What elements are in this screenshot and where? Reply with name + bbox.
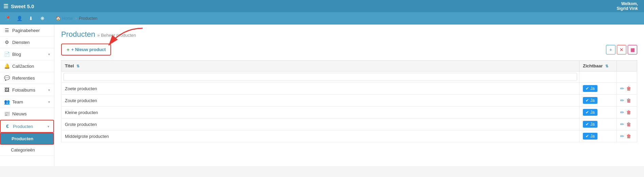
sidebar-item-paginabeheer[interactable]: ☰ Paginabeheer <box>0 25 54 36</box>
sidebar-label-diensten: Diensten <box>12 40 30 45</box>
fotoalbums-chevron-icon: ▾ <box>48 88 50 92</box>
sidebar-item-blog[interactable]: 📄 Blog ▾ <box>0 48 54 60</box>
column-header-title: Titel ⇅ <box>61 61 579 71</box>
breadcrumb-sep: > <box>75 16 77 21</box>
nieuws-icon: 📰 <box>4 111 10 116</box>
visible-badge[interactable]: ✔ Ja <box>583 133 597 140</box>
sidebar-item-nieuws[interactable]: 📰 Nieuws <box>0 108 54 120</box>
top-bar: ☰ Sweet 5.0 Welkom, Sigrid Vink <box>0 0 644 12</box>
table-row: Kleine producten ✔ Ja ✏ 🗑 <box>61 107 637 118</box>
filter-title-input[interactable] <box>64 73 577 81</box>
check-icon: ✔ <box>586 110 589 115</box>
breadcrumb-home[interactable]: Home <box>62 16 73 21</box>
producten-chevron-icon: ▾ <box>48 125 49 128</box>
breadcrumb-current: Producten <box>79 16 97 21</box>
app-title: Sweet 5.0 <box>11 3 34 9</box>
check-icon: ✔ <box>586 122 589 127</box>
sidebar-item-referenties[interactable]: 💬 Referenties <box>0 72 54 84</box>
diensten-icon: ⚙ <box>4 39 10 45</box>
delete-icon[interactable]: 🗑 <box>626 122 631 127</box>
sidebar-item-team[interactable]: 👥 Team ▾ <box>0 96 54 108</box>
column-header-visible: Zichtbaar ⇅ <box>579 61 617 71</box>
blog-chevron-icon: ▾ <box>48 52 50 56</box>
sidebar-item-diensten[interactable]: ⚙ Diensten <box>0 36 54 48</box>
sort-icon-visible[interactable]: ⇅ <box>605 64 608 68</box>
row-actions: ✏ 🗑 <box>617 95 637 107</box>
row-visible: ✔ Ja <box>579 83 617 95</box>
sidebar-label-producten: Producten <box>13 124 33 129</box>
products-table: Titel ⇅ Zichtbaar ⇅ <box>61 60 637 142</box>
sidebar-label-paginabeheer: Paginabeheer <box>12 28 40 33</box>
edit-icon[interactable]: ✏ <box>620 133 624 139</box>
fotoalbums-icon: 🖼 <box>4 87 10 93</box>
app-title-area: ☰ Sweet 5.0 <box>3 3 617 10</box>
paginabeheer-icon: ☰ <box>4 28 10 33</box>
new-product-button[interactable]: + + Nieuw product <box>61 44 111 55</box>
check-icon: ✔ <box>586 86 589 91</box>
row-title: Kleine producten <box>61 107 579 118</box>
filter-row <box>61 71 637 83</box>
row-visible: ✔ Ja <box>579 107 617 118</box>
download-icon-button[interactable]: ⬇ <box>26 14 36 23</box>
edit-icon[interactable]: ✏ <box>620 98 624 103</box>
row-actions: ✏ 🗑 <box>617 130 637 142</box>
sub-label-categorieen: Categorieën <box>11 147 35 152</box>
page-subtitle: Beheer producten <box>97 33 136 38</box>
sidebar-item-call2action[interactable]: 🔔 Call2action <box>0 60 54 72</box>
row-title: Middelgrote producten <box>61 130 579 142</box>
map-icon-button[interactable]: 📍 <box>3 14 13 23</box>
table-row: Zoute producten ✔ Ja ✏ 🗑 <box>61 95 637 107</box>
sidebar-label-nieuws: Nieuws <box>12 111 27 116</box>
delete-button[interactable]: ✕ <box>617 45 626 54</box>
row-title: Zoete producten <box>61 83 579 95</box>
check-icon: ✔ <box>586 134 589 139</box>
grid-view-button[interactable]: ▦ <box>628 45 637 54</box>
team-chevron-icon: ▾ <box>48 100 50 104</box>
sidebar-sub-item-categorieen[interactable]: Categorieën <box>0 145 54 156</box>
edit-icon[interactable]: ✏ <box>620 86 624 91</box>
referenties-icon: 💬 <box>4 75 10 81</box>
visible-badge[interactable]: ✔ Ja <box>583 85 597 92</box>
new-product-label: + Nieuw product <box>71 47 106 52</box>
filter-title-cell <box>61 71 579 83</box>
share-icon-button[interactable]: ❋ <box>37 14 48 23</box>
page-title: Producten <box>61 30 95 39</box>
row-title: Zoute producten <box>61 95 579 107</box>
delete-icon[interactable]: 🗑 <box>626 98 631 103</box>
sidebar-label-fotoalbums: Fotoalbums <box>12 87 35 93</box>
sidebar-label-blog: Blog <box>12 52 21 57</box>
column-header-actions <box>617 61 637 71</box>
sidebar-item-producten[interactable]: € Producten ▾ <box>0 120 54 133</box>
sidebar: ☰ Paginabeheer ⚙ Diensten 📄 Blog ▾ 🔔 Cal… <box>0 25 54 166</box>
visible-badge[interactable]: ✔ Ja <box>583 121 597 128</box>
check-icon: ✔ <box>586 98 589 103</box>
edit-icon[interactable]: ✏ <box>620 110 624 115</box>
row-actions: ✏ 🗑 <box>617 118 637 130</box>
user-greeting: Welkom, Sigrid Vink <box>617 1 641 11</box>
sidebar-label-team: Team <box>12 99 23 104</box>
call2action-icon: 🔔 <box>4 63 10 69</box>
table-row: Middelgrote producten ✔ Ja ✏ 🗑 <box>61 130 637 142</box>
hamburger-icon[interactable]: ☰ <box>3 3 8 10</box>
user-icon-button[interactable]: 👤 <box>14 14 24 23</box>
add-button[interactable]: + <box>606 45 615 54</box>
edit-icon[interactable]: ✏ <box>620 122 624 127</box>
sidebar-sub-item-producten[interactable]: Producten <box>0 133 54 145</box>
sub-label-producten: Producten <box>12 136 33 141</box>
visible-badge[interactable]: ✔ Ja <box>583 109 597 116</box>
icon-bar: 📍 👤 ⬇ ❋ 🏠 Home > Producten <box>0 12 644 25</box>
row-visible: ✔ Ja <box>579 95 617 107</box>
delete-icon[interactable]: 🗑 <box>626 110 631 115</box>
delete-icon[interactable]: 🗑 <box>626 86 631 91</box>
content-area: Producten Beheer producten + + Nieuw pro… <box>54 25 644 166</box>
sort-icon-title[interactable]: ⇅ <box>76 64 79 68</box>
filter-visible-cell <box>579 71 617 83</box>
row-actions: ✏ 🗑 <box>617 83 637 95</box>
right-toolbar: + ✕ ▦ <box>606 45 637 54</box>
producten-icon: € <box>5 124 10 129</box>
sidebar-item-fotoalbums[interactable]: 🖼 Fotoalbums ▾ <box>0 84 54 96</box>
table-row: Zoete producten ✔ Ja ✏ 🗑 <box>61 83 637 95</box>
delete-icon[interactable]: 🗑 <box>626 133 631 139</box>
visible-badge[interactable]: ✔ Ja <box>583 97 597 104</box>
sidebar-label-referenties: Referenties <box>12 76 35 81</box>
